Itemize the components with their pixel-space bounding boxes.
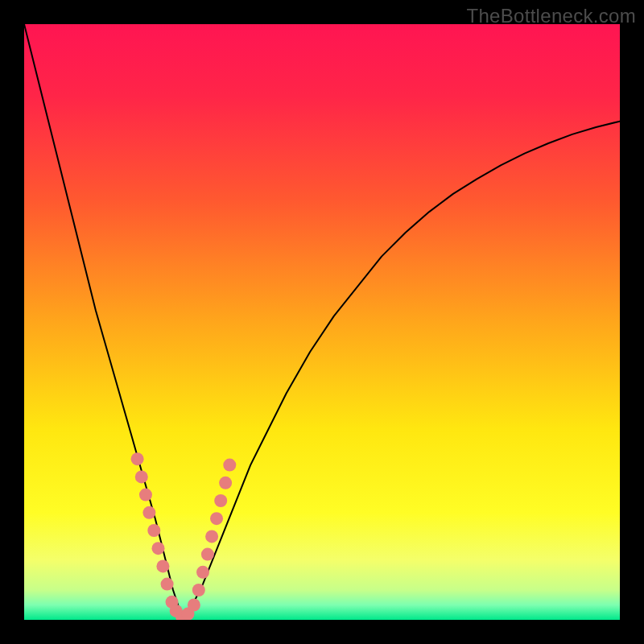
- marker-dot: [205, 530, 218, 543]
- marker-dot: [139, 489, 152, 502]
- marker-dot: [152, 542, 165, 555]
- marker-dot: [131, 452, 144, 465]
- marker-dot: [192, 584, 205, 597]
- watermark-text: TheBottleneck.com: [466, 5, 636, 27]
- marker-dot: [210, 512, 223, 525]
- marker-dot: [223, 459, 236, 472]
- gradient-background: [24, 24, 620, 620]
- marker-dot: [161, 578, 174, 591]
- marker-dot: [147, 524, 160, 537]
- chart-frame: TheBottleneck.com: [0, 0, 644, 644]
- marker-dot: [142, 506, 155, 519]
- marker-dot: [135, 470, 148, 483]
- marker-dot: [188, 599, 200, 612]
- marker-dot: [156, 559, 169, 572]
- marker-dot: [201, 548, 214, 561]
- marker-dot: [219, 477, 232, 489]
- marker-dot: [214, 494, 227, 507]
- marker-dot: [196, 566, 209, 579]
- plot-svg: [24, 24, 620, 620]
- plot-area: [24, 24, 620, 620]
